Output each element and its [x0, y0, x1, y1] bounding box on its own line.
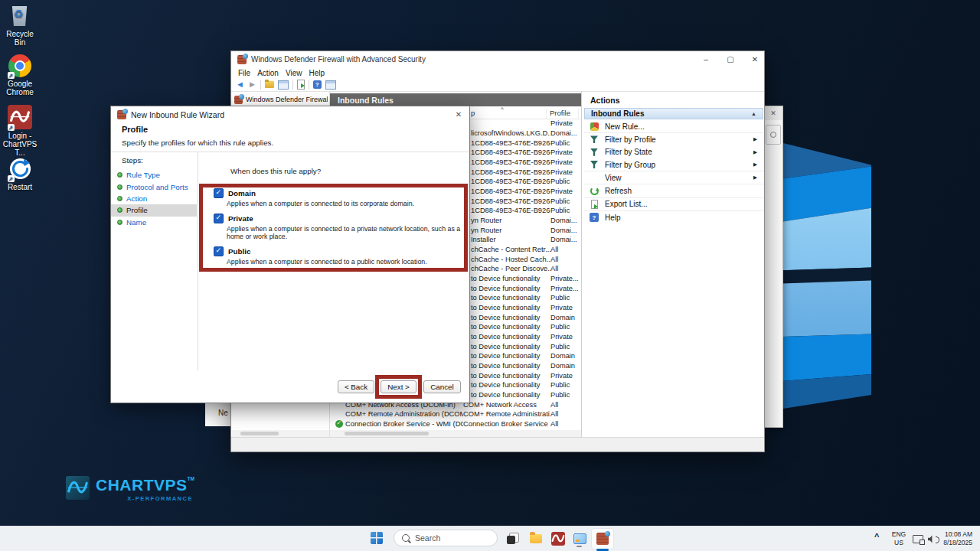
wizard-step[interactable]: Action	[111, 193, 197, 204]
column-header-group[interactable]: p	[471, 109, 475, 117]
rule-profile: All	[550, 256, 581, 263]
desktop: Recycle Bin Google Chrome Login - ChartV…	[0, 0, 980, 551]
question-text: When does this rule apply?	[230, 167, 321, 175]
search-icon	[402, 534, 410, 542]
network-icon[interactable]	[913, 535, 923, 543]
menu-item[interactable]: View	[286, 69, 302, 77]
menu-item[interactable]: File	[238, 69, 250, 77]
filter-icon	[590, 160, 599, 169]
actions-bar-label: Inbound Rules	[591, 109, 644, 118]
close-button[interactable]: ✕	[750, 55, 760, 64]
actions-inbound-rules-bar[interactable]: Inbound Rules ▲	[584, 108, 763, 119]
wizard-step[interactable]: Rule Type	[111, 169, 197, 181]
clock[interactable]: 10:08 AM 8/18/2025	[943, 530, 972, 547]
actions-menu: New Rule... Filter by Profile ▶ Filter b…	[584, 120, 763, 223]
logo-brand-text: CHARTVPS	[96, 476, 188, 494]
cancel-button[interactable]: Cancel	[423, 380, 461, 393]
collapse-arrow-icon[interactable]: ▲	[751, 111, 756, 116]
desktop-icon-label: Chrome	[0, 88, 40, 96]
language-indicator[interactable]: ENG US	[889, 530, 909, 547]
action-item[interactable]: Help	[584, 210, 763, 223]
console-tree-icon[interactable]	[278, 80, 289, 90]
region-code: US	[889, 539, 909, 547]
fragment-close-icon[interactable]: ✕	[764, 106, 782, 120]
status-bar	[231, 437, 764, 452]
action-item[interactable]: Filter by Profile ▶	[584, 132, 763, 145]
chartvps-login-icon	[8, 105, 32, 129]
action-item[interactable]: New Rule...	[584, 120, 763, 132]
help-icon[interactable]	[313, 80, 322, 89]
menu-item[interactable]: Help	[309, 69, 325, 77]
desktop-icon-login-chartvps[interactable]: Login - ChartVPS T...	[0, 105, 40, 157]
back-icon[interactable]: ◄	[236, 80, 244, 89]
rule-group: to Device functionality	[463, 294, 550, 302]
help-icon	[590, 213, 599, 222]
desktop-icon-google-chrome[interactable]: Google Chrome	[0, 54, 40, 96]
rule-group: yn Router	[463, 217, 550, 224]
tree-item-firewall-root[interactable]: Windows Defender Firewall witl	[234, 93, 328, 106]
file-explorer-button[interactable]	[530, 534, 542, 543]
rule-profile: Private	[550, 372, 581, 380]
action-item[interactable]: Refresh	[584, 184, 763, 197]
steps-label: Steps:	[122, 156, 143, 165]
desktop-icon-restart[interactable]: Restart	[0, 158, 40, 191]
forward-icon[interactable]: ►	[248, 80, 256, 89]
console-window-icon[interactable]	[325, 80, 336, 90]
step-label: Profile	[126, 206, 148, 214]
desktop-icon-label: ChartVPS T...	[0, 140, 40, 157]
action-item[interactable]: View ▶	[584, 171, 763, 184]
action-item[interactable]: Filter by State ▶	[584, 146, 763, 158]
wizard-step[interactable]: Profile	[111, 204, 197, 216]
firewall-taskbar-button[interactable]	[591, 528, 614, 549]
wizard-step[interactable]: Name	[111, 217, 197, 228]
tree-item-label: Windows Defender Firewall witl	[246, 96, 328, 103]
dialog-titlebar[interactable]: New Inbound Rule Wizard ✕	[111, 106, 469, 122]
table-row[interactable]: Connection Broker Service - WMI (DCO... …	[330, 419, 581, 429]
search-input[interactable]: Search	[394, 530, 498, 546]
desktop-icon-label: Restart	[0, 183, 40, 191]
page-title: Profile	[122, 125, 148, 134]
action-item-label: Refresh	[605, 187, 632, 195]
wizard-step[interactable]: Protocol and Ports	[111, 181, 197, 192]
step-bullet-icon	[117, 184, 122, 190]
rule-profile: Private	[550, 158, 581, 166]
desktop-icon-recycle-bin[interactable]: Recycle Bin	[0, 5, 40, 47]
export-list-icon[interactable]	[297, 80, 305, 90]
action-item-label: Help	[605, 214, 621, 222]
action-item[interactable]: Export List...	[584, 197, 763, 210]
folder-up-icon[interactable]	[265, 81, 274, 88]
rule-group: to Device functionality	[463, 352, 550, 360]
window-titlebar[interactable]: Windows Defender Firewall with Advanced …	[231, 51, 764, 67]
sort-caret-icon: ^	[501, 106, 504, 112]
task-view-button[interactable]	[507, 533, 519, 544]
speaker-icon[interactable]	[928, 535, 935, 543]
start-button[interactable]	[371, 532, 383, 544]
fragment-text: Ne	[218, 409, 228, 417]
panel-divider	[581, 91, 582, 438]
background-window-fragment: ✕	[763, 106, 783, 428]
taskbar: Search ^ ENG US 10:08 AM 8/18/2025	[0, 526, 980, 551]
rule-group: COM+ Network Access	[463, 401, 550, 409]
action-item[interactable]: Filter by Group ▶	[584, 158, 763, 171]
chartvps-taskbar-button[interactable]	[551, 532, 565, 546]
close-icon[interactable]: ✕	[452, 109, 465, 120]
desktop-icon-label: Google	[0, 80, 40, 88]
scrollbar-thumb[interactable]	[240, 432, 279, 435]
rule-profile: Domai...	[550, 227, 581, 234]
rule-group: to Device functionality	[463, 275, 550, 282]
fragment-button[interactable]	[766, 125, 781, 145]
rule-profile: Private	[550, 168, 581, 176]
rule-profile: Private	[550, 187, 581, 195]
menu-item[interactable]: Action	[257, 69, 279, 77]
rule-group: chCache - Hosted Cach...	[463, 256, 550, 263]
column-header-profile[interactable]: Profile	[550, 109, 570, 117]
minimize-button[interactable]: –	[701, 55, 710, 64]
maximize-button[interactable]: ▢	[726, 55, 735, 64]
speaker-wave-icon	[936, 536, 939, 543]
table-row[interactable]: COM+ Remote Administration (DCOM-In) COM…	[330, 409, 581, 419]
tray-chevron-icon[interactable]: ^	[874, 532, 879, 541]
back-button[interactable]: < Back	[338, 380, 374, 393]
menu-bar: FileActionViewHelp	[231, 67, 764, 78]
monitor-app-button[interactable]	[573, 533, 586, 544]
scrollbar-thumb[interactable]	[345, 432, 429, 435]
